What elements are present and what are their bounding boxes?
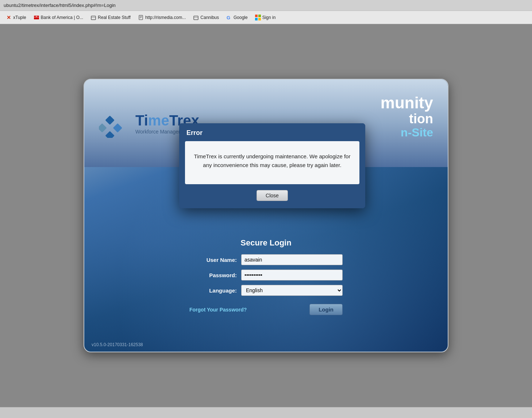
login-card: TimeTrex Workforce Management munity tio… [84,79,448,352]
close-button[interactable]: Close [257,190,288,201]
bookmark-signin[interactable]: Sign in [252,13,279,22]
status-bar [0,407,532,418]
signin-icon [255,15,261,20]
svg-rect-9 [194,16,198,20]
bookmark-signin-label: Sign in [262,15,276,20]
bookmark-cannibus[interactable]: Cannibus [190,13,222,22]
svg-rect-13 [258,15,261,17]
bookmark-realestate[interactable]: Real Estate Stuff [88,13,134,22]
bookmark-realestate-label: Real Estate Stuff [98,15,131,20]
modal-overlay: Error TimeTrex is currently undergoing m… [84,80,448,352]
bookmark-cannibus-label: Cannibus [200,15,219,20]
svg-rect-12 [255,15,258,17]
modal-title: Error [186,129,203,136]
error-modal: Error TimeTrex is currently undergoing m… [179,123,365,208]
main-area: TimeTrex Workforce Management munity tio… [0,24,532,407]
bookmark-xtuple[interactable]: ✕ xTuple [3,13,29,22]
svg-text:G: G [227,15,230,20]
modal-body: TimeTrex is currently undergoing mainten… [185,141,359,184]
bookmark-google[interactable]: G Google [223,13,251,22]
modal-message: TimeTrex is currently undergoing mainten… [192,152,352,170]
svg-rect-3 [91,16,96,20]
bookmark-bofa-label: Bank of America | O... [41,15,84,20]
google-icon: G [226,15,232,20]
modal-footer: Close [179,184,365,208]
bookmarks-bar: ✕ xTuple Bank of America | O... Real Est… [0,11,532,24]
svg-rect-5 [139,15,143,20]
realestate-icon [90,15,96,20]
url-bar: ubuntu2/timetrex/interface/html5/index.p… [0,0,532,11]
url-text: ubuntu2/timetrex/interface/html5/index.p… [4,3,116,8]
rismedia-icon [138,15,144,20]
cannibus-icon [193,15,199,20]
bookmark-rismedia-label: http://rismedia.com... [145,15,186,20]
modal-title-bar: Error [179,123,365,141]
bookmark-rismedia[interactable]: http://rismedia.com... [135,13,189,22]
bookmark-xtuple-label: xTuple [13,15,26,20]
xtuple-icon: ✕ [6,15,12,20]
bofa-icon [34,15,39,20]
bookmark-google-label: Google [234,15,248,20]
svg-rect-15 [258,18,261,20]
svg-rect-14 [255,18,258,20]
bookmark-bofa[interactable]: Bank of America | O... [31,13,86,22]
